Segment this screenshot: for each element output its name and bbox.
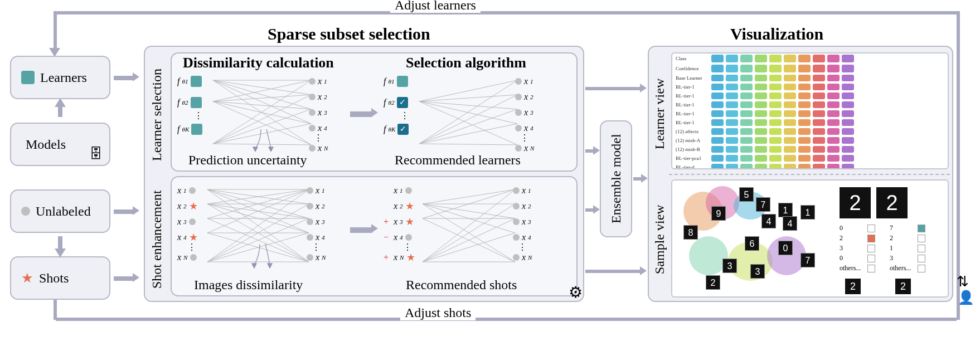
svg-line-50 xyxy=(423,189,515,204)
svg-line-29 xyxy=(207,189,309,218)
models-label: Models xyxy=(26,137,66,152)
svg-line-43 xyxy=(207,189,309,262)
learner-node-2 xyxy=(191,97,202,108)
svg-line-35 xyxy=(207,204,309,233)
shots-box: ★ Shots xyxy=(10,256,110,300)
svg-marker-16 xyxy=(269,147,273,152)
feedback-top-left-drop xyxy=(54,11,57,50)
svg-line-23 xyxy=(419,95,517,144)
arrow-sparse-out-2 xyxy=(585,270,641,273)
viz-divider xyxy=(669,174,950,175)
swap-icon: ⇅ xyxy=(957,273,969,290)
svg-line-22 xyxy=(419,80,517,144)
svg-line-7 xyxy=(213,101,311,109)
fk: f xyxy=(177,124,179,134)
arrow-unlabeled-sparse xyxy=(114,210,134,214)
bottom-sample-1: 2 xyxy=(845,279,861,294)
rec-learner-k-checked xyxy=(397,124,409,135)
rec-learner-1 xyxy=(397,76,408,87)
unlabeled-label: Unlabeled xyxy=(36,204,91,219)
learner-selection-vlabel: Learner selection xyxy=(149,59,164,170)
svg-marker-48 xyxy=(252,264,256,268)
shot-enhancement-panel: x1 x2★ x3 x4★ ⋮ xN x1 x2 x3 x4 ⋮ xN Imag… xyxy=(171,176,578,296)
rec-learner-2-checked xyxy=(397,97,408,108)
svg-line-12 xyxy=(213,109,311,144)
learner-icon xyxy=(21,71,35,84)
big-sample-2: 2 xyxy=(876,187,908,218)
x-node xyxy=(309,78,316,85)
arrow-unlabeled-shots-line xyxy=(58,236,62,250)
vdots: ⋮ xyxy=(194,114,203,118)
svg-line-39 xyxy=(207,218,309,262)
star-icon: ★ xyxy=(21,270,33,286)
arrow-sparse-ens-1 xyxy=(585,149,594,153)
learner-view-thumb: ClassConfidenceBase LearnerBL-tier-1BL-t… xyxy=(671,52,949,169)
adjust-learners-label: Adjust learners xyxy=(390,0,481,13)
svg-line-18 xyxy=(419,95,517,101)
svg-line-3 xyxy=(213,80,311,124)
unlabeled-box: Unlabeled xyxy=(10,189,110,233)
arrow-unlabeled-shots-head xyxy=(55,249,66,257)
big-sample-1: 2 xyxy=(840,187,871,218)
svg-line-34 xyxy=(207,204,309,218)
dissim-title: Dissimilarity calculation xyxy=(183,55,334,71)
arrow-ens-out xyxy=(633,177,642,181)
svg-line-9 xyxy=(213,101,311,145)
sample-view-thumb: 57194418603732 2 2 0230others...7213othe… xyxy=(671,179,949,298)
svg-marker-49 xyxy=(268,264,272,268)
sample-view-label: Sample view xyxy=(652,189,667,290)
models-box: Models 🗄 xyxy=(10,123,110,166)
svg-line-21 xyxy=(419,101,517,145)
svg-line-31 xyxy=(207,189,309,262)
svg-line-11 xyxy=(213,95,311,144)
viz-title: Visualization xyxy=(730,25,823,43)
arrow-models-learners-head xyxy=(55,98,66,107)
sparse-box: Learner selection Shot enhancement Dissi… xyxy=(144,46,584,302)
bipartite-rec-learners: fθ1 fθ2 ⋮ fθK x1 x2 x3 x4 ⋮ xN xyxy=(384,74,551,152)
svg-line-10 xyxy=(213,80,311,144)
arrow-sparse-out-1 xyxy=(585,87,641,90)
shot-star-icon: ★ xyxy=(189,200,198,212)
svg-line-40 xyxy=(207,189,309,233)
svg-line-25 xyxy=(419,124,517,144)
svg-line-8 xyxy=(213,101,311,124)
learner-selection-panel: Dissimilarity calculation Selection algo… xyxy=(171,52,578,172)
svg-line-17 xyxy=(419,80,517,101)
bipartite-dissim-learners: fθ1 fθ2 ⋮ fθK x1 x2 x3 x4 ⋮ xN xyxy=(177,74,345,152)
minus-indicator: − xyxy=(384,232,391,242)
svg-line-2 xyxy=(213,80,311,109)
svg-line-44 xyxy=(207,204,309,262)
learners-box: Learners xyxy=(10,56,110,99)
svg-line-13 xyxy=(213,124,311,144)
svg-line-37 xyxy=(207,189,309,218)
bottom-sample-2: 2 xyxy=(895,279,911,294)
svg-line-54 xyxy=(423,204,515,262)
svg-line-28 xyxy=(207,189,309,204)
svg-line-24 xyxy=(419,109,517,144)
arrow-dissim-to-sel-top xyxy=(350,111,372,117)
svg-line-46 xyxy=(207,233,309,262)
svg-line-36 xyxy=(207,204,309,262)
person-icon: 👤 xyxy=(958,290,974,305)
database-icon: 🗄 xyxy=(89,146,103,162)
svg-line-53 xyxy=(423,204,515,233)
arrow-learners-sparse xyxy=(114,76,134,80)
svg-line-32 xyxy=(207,189,309,204)
learner-node-k xyxy=(191,124,202,135)
adjust-shots-label: Adjust shots xyxy=(400,305,476,320)
img-dissim-label: Images dissimilarity xyxy=(194,277,303,293)
ensemble-label: Ensemble model xyxy=(609,129,624,229)
svg-line-55 xyxy=(423,189,515,218)
f2: f xyxy=(177,98,179,108)
shots-label: Shots xyxy=(39,271,69,286)
f1: f xyxy=(177,76,179,86)
svg-line-59 xyxy=(423,204,515,262)
arrow-dissim-to-sel-bot xyxy=(350,227,372,233)
feedback-bottom-line xyxy=(56,318,957,321)
svg-line-60 xyxy=(423,218,515,262)
svg-line-45 xyxy=(207,218,309,262)
svg-line-52 xyxy=(423,204,515,218)
learners-label: Learners xyxy=(40,70,87,85)
ensemble-box: Ensemble model xyxy=(600,120,632,237)
bipartite-img-dissim: x1 x2★ x3 x4★ ⋮ xN x1 x2 x3 x4 ⋮ xN xyxy=(177,183,345,272)
